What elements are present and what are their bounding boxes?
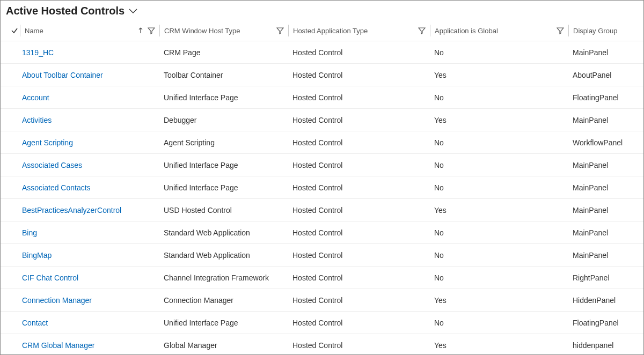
cell-global: Yes bbox=[430, 116, 568, 124]
cell-global: No bbox=[430, 273, 568, 282]
cell-host-type: USD Hosted Control bbox=[159, 206, 288, 215]
cell-display-group: AboutPanel bbox=[568, 71, 633, 79]
table-row[interactable]: BestPracticesAnalyzerControlUSD Hosted C… bbox=[1, 199, 643, 221]
table-row[interactable]: Associated ContactsUnified Interface Pag… bbox=[1, 176, 643, 199]
cell-display-group: HiddenPanel bbox=[568, 296, 633, 305]
cell-global: No bbox=[430, 138, 568, 147]
cell-display-group: RightPanel bbox=[568, 273, 633, 282]
cell-display-group: MainPanel bbox=[568, 228, 633, 237]
cell-display-group: MainPanel bbox=[568, 48, 633, 57]
cell-display-group: FloatingPanel bbox=[568, 93, 633, 102]
record-link[interactable]: 1319_HC bbox=[22, 48, 54, 57]
cell-app-type: Hosted Control bbox=[288, 71, 430, 79]
table-row[interactable]: BingMapStandard Web ApplicationHosted Co… bbox=[1, 244, 643, 267]
cell-app-type: Hosted Control bbox=[288, 251, 430, 260]
cell-display-group: hiddenpanel bbox=[568, 341, 633, 350]
record-link[interactable]: Associated Cases bbox=[22, 161, 82, 169]
cell-display-group: MainPanel bbox=[568, 116, 633, 124]
select-all-checkbox[interactable] bbox=[9, 25, 20, 36]
cell-app-type: Hosted Control bbox=[288, 341, 430, 350]
cell-app-type: Hosted Control bbox=[288, 228, 430, 237]
cell-global: No bbox=[430, 161, 568, 169]
cell-display-group: FloatingPanel bbox=[568, 319, 633, 327]
cell-app-type: Hosted Control bbox=[288, 273, 430, 282]
cell-app-type: Hosted Control bbox=[288, 319, 430, 327]
data-grid: Name CRM Window Host Type Hosted Applica… bbox=[1, 20, 643, 355]
cell-global: No bbox=[430, 93, 568, 102]
table-row[interactable]: AccountUnified Interface PageHosted Cont… bbox=[1, 86, 643, 109]
table-row[interactable]: Agent ScriptingAgent ScriptingHosted Con… bbox=[1, 131, 643, 154]
table-row[interactable]: About Toolbar ContainerToolbar Container… bbox=[1, 64, 643, 86]
cell-global: Yes bbox=[430, 296, 568, 305]
cell-host-type: Connection Manager bbox=[159, 296, 288, 305]
cell-app-type: Hosted Control bbox=[288, 93, 430, 102]
cell-global: Yes bbox=[430, 341, 568, 350]
cell-global: No bbox=[430, 251, 568, 260]
grid-body: 1319_HCCRM PageHosted ControlNoMainPanel… bbox=[1, 41, 643, 355]
column-header-global[interactable]: Application is Global bbox=[430, 25, 568, 36]
column-header-name[interactable]: Name bbox=[20, 25, 159, 36]
record-link[interactable]: Activities bbox=[22, 116, 52, 124]
cell-global: No bbox=[430, 319, 568, 327]
cell-host-type: Debugger bbox=[159, 116, 288, 124]
filter-icon[interactable] bbox=[148, 27, 155, 34]
record-link[interactable]: CIF Chat Control bbox=[22, 273, 78, 282]
column-header-host-type[interactable]: CRM Window Host Type bbox=[159, 25, 288, 36]
record-link[interactable]: Agent Scripting bbox=[22, 138, 73, 147]
cell-app-type: Hosted Control bbox=[288, 161, 430, 169]
filter-icon[interactable] bbox=[418, 27, 426, 34]
view-header: Active Hosted Controls bbox=[1, 1, 643, 20]
record-link[interactable]: Associated Contacts bbox=[22, 183, 91, 192]
table-row[interactable]: BingStandard Web ApplicationHosted Contr… bbox=[1, 221, 643, 244]
record-link[interactable]: Account bbox=[22, 93, 49, 102]
sort-asc-icon[interactable] bbox=[137, 27, 144, 34]
filter-icon[interactable] bbox=[276, 27, 284, 34]
cell-app-type: Hosted Control bbox=[288, 48, 430, 57]
table-row[interactable]: Connection ManagerConnection ManagerHost… bbox=[1, 289, 643, 312]
cell-display-group: MainPanel bbox=[568, 251, 633, 260]
record-link[interactable]: Contact bbox=[22, 319, 48, 327]
record-link[interactable]: Connection Manager bbox=[22, 296, 92, 305]
record-link[interactable]: BingMap bbox=[22, 251, 52, 260]
table-row[interactable]: ContactUnified Interface PageHosted Cont… bbox=[1, 312, 643, 334]
cell-display-group: MainPanel bbox=[568, 161, 633, 169]
column-label: Display Group bbox=[573, 27, 633, 35]
view-picker-chevron-icon[interactable] bbox=[129, 9, 137, 14]
column-header-display-group[interactable]: Display Group bbox=[568, 25, 633, 36]
record-link[interactable]: CRM Global Manager bbox=[22, 341, 94, 350]
table-row[interactable]: CIF Chat ControlChannel Integration Fram… bbox=[1, 267, 643, 289]
cell-app-type: Hosted Control bbox=[288, 296, 430, 305]
table-row[interactable]: CRM Global ManagerGlobal ManagerHosted C… bbox=[1, 334, 643, 355]
record-link[interactable]: About Toolbar Container bbox=[22, 71, 103, 79]
column-label: Name bbox=[25, 27, 137, 35]
view-title: Active Hosted Controls bbox=[6, 5, 125, 17]
cell-host-type: Channel Integration Framework bbox=[159, 273, 288, 282]
table-row[interactable]: 1319_HCCRM PageHosted ControlNoMainPanel bbox=[1, 41, 643, 64]
cell-host-type: Standard Web Application bbox=[159, 228, 288, 237]
cell-global: No bbox=[430, 183, 568, 192]
cell-host-type: Unified Interface Page bbox=[159, 319, 288, 327]
cell-global: Yes bbox=[430, 71, 568, 79]
cell-host-type: Agent Scripting bbox=[159, 138, 288, 147]
table-row[interactable]: ActivitiesDebuggerHosted ControlYesMainP… bbox=[1, 109, 643, 131]
cell-host-type: Unified Interface Page bbox=[159, 161, 288, 169]
column-header-app-type[interactable]: Hosted Application Type bbox=[288, 25, 430, 36]
record-link[interactable]: Bing bbox=[22, 228, 37, 237]
cell-global: Yes bbox=[430, 206, 568, 215]
cell-host-type: Unified Interface Page bbox=[159, 93, 288, 102]
cell-display-group: WorkflowPanel bbox=[568, 138, 633, 147]
cell-display-group: MainPanel bbox=[568, 183, 633, 192]
column-label: Hosted Application Type bbox=[293, 27, 418, 35]
column-label: Application is Global bbox=[435, 27, 557, 35]
cell-global: No bbox=[430, 48, 568, 57]
record-link[interactable]: BestPracticesAnalyzerControl bbox=[22, 206, 121, 215]
cell-host-type: Unified Interface Page bbox=[159, 183, 288, 192]
cell-app-type: Hosted Control bbox=[288, 206, 430, 215]
column-label: CRM Window Host Type bbox=[164, 27, 276, 35]
filter-icon[interactable] bbox=[557, 27, 564, 34]
cell-host-type: Toolbar Container bbox=[159, 71, 288, 79]
table-row[interactable]: Associated CasesUnified Interface PageHo… bbox=[1, 154, 643, 176]
cell-app-type: Hosted Control bbox=[288, 138, 430, 147]
cell-app-type: Hosted Control bbox=[288, 183, 430, 192]
cell-host-type: Standard Web Application bbox=[159, 251, 288, 260]
